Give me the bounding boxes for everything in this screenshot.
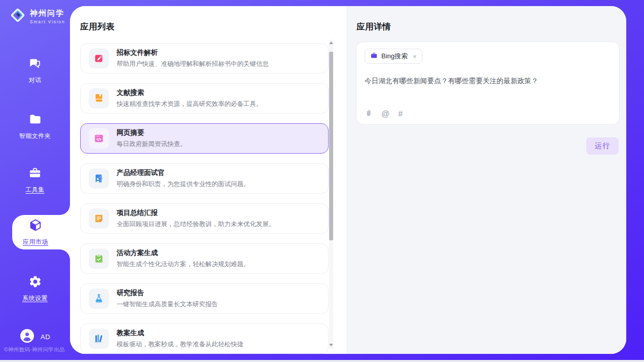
scrollbar-thumb[interactable] xyxy=(329,52,333,240)
query-text[interactable]: 今日湖北有哪些新闻要点？有哪些需要关注的最新政策？ xyxy=(365,77,611,86)
app-window: 神州问学 Smart Vision 对话智能文件夹工具集应用市场系统设置 AD … xyxy=(0,0,644,362)
run-button[interactable]: 运行 xyxy=(586,137,619,155)
app-card-description: 快速精准查找学术资源，提高研究效率的必备工具。 xyxy=(117,100,263,108)
sidebar-item-系统设置[interactable]: 系统设置 xyxy=(0,275,70,303)
brand-name: 神州问学 xyxy=(30,9,65,18)
sidebar-item-智能文件夹[interactable]: 智能文件夹 xyxy=(0,113,70,140)
note-icon xyxy=(89,208,109,229)
briefcase-icon xyxy=(370,52,378,61)
brand-logo: 神州问学 Smart Vision xyxy=(9,7,65,26)
app-card-title: 产品经理面试官 xyxy=(117,168,250,177)
sidebar-item-label: 智能文件夹 xyxy=(19,132,51,140)
folder-icon xyxy=(28,113,42,128)
app-card-招标文件解析[interactable]: 招标文件解析帮助用户快速、准确地理解和解析招标书中的关键信息 xyxy=(80,43,329,74)
app-detail-title: 应用详情 xyxy=(356,21,391,32)
sidebar-item-对话[interactable]: 对话 xyxy=(0,57,70,85)
app-card-产品经理面试官[interactable]: 产品经理面试官明确身份和职责，为您提供专业性的面试问题。 xyxy=(80,163,329,194)
scrollbar-up-arrow[interactable] xyxy=(329,41,333,46)
sidebar: 神州问学 Smart Vision 对话智能文件夹工具集应用市场系统设置 AD … xyxy=(0,0,70,360)
app-card-研究报告[interactable]: 研究报告一键智能生成高质量长文本研究报告 xyxy=(80,283,329,314)
app-card-title: 项目总结汇报 xyxy=(117,208,275,218)
app-card-title: 招标文件解析 xyxy=(117,48,269,57)
prompt-card: Bing搜索 × 今日湖北有哪些新闻要点？有哪些需要关注的最新政策？ @ # xyxy=(356,42,620,125)
person-icon xyxy=(20,329,34,343)
brand-logo-icon xyxy=(9,7,26,26)
app-card-活动方案生成[interactable]: 活动方案生成智能生成个性化活动方案，轻松解决规划难题。 xyxy=(80,243,329,274)
sidebar-item-label: 应用市场 xyxy=(23,238,48,246)
clipboard-check-icon xyxy=(89,248,109,269)
bottom-edge xyxy=(0,360,644,362)
gear-icon xyxy=(28,275,42,291)
browser-code-icon xyxy=(89,128,109,149)
sidebar-item-应用市场[interactable]: 应用市场 xyxy=(12,215,70,249)
app-card-title: 网页摘要 xyxy=(117,128,187,137)
app-card-title: 文献搜索 xyxy=(117,88,263,97)
app-card-网页摘要[interactable]: 网页摘要每日政府新闻资讯快查。 xyxy=(80,123,329,154)
app-card-description: 模板驱动，教案秒成，教学准备从此轻松快捷 xyxy=(117,340,243,349)
scrollbar[interactable] xyxy=(329,40,333,349)
avatar xyxy=(20,329,34,345)
sidebar-item-label: 系统设置 xyxy=(22,294,48,303)
tool-tag[interactable]: Bing搜索 × xyxy=(365,49,422,64)
app-card-description: 每日政府新闻资讯快查。 xyxy=(117,140,187,149)
sidebar-footer: ©神州数码·神州问学出品 xyxy=(4,346,65,353)
app-card-文献搜索[interactable]: 文献搜索快速精准查找学术资源，提高研究效率的必备工具。 xyxy=(80,83,329,114)
books-icon xyxy=(89,329,109,349)
app-card-description: 智能生成个性化活动方案，轻松解决规划难题。 xyxy=(117,260,250,269)
app-card-description: 一键智能生成高质量长文本研究报告 xyxy=(117,300,218,309)
brand-tagline: Smart Vision xyxy=(30,19,65,24)
chat-icon xyxy=(28,57,42,73)
input-toolbar: @ # xyxy=(365,108,403,118)
sidebar-item-label: 对话 xyxy=(29,76,42,85)
app-card-项目总结汇报[interactable]: 项目总结汇报全面回顾项目进展，总结经验教训，助力未来优化发展。 xyxy=(80,203,329,234)
pen-square-icon xyxy=(89,48,109,68)
scrollbar-down-arrow[interactable] xyxy=(329,343,333,348)
tool-tag-label: Bing搜索 xyxy=(381,52,408,61)
app-list-panel: 应用列表 招标文件解析帮助用户快速、准确地理解和解析招标书中的关键信息文献搜索快… xyxy=(70,6,346,354)
app-card-教案生成[interactable]: 教案生成模板驱动，教案秒成，教学准备从此轻松快捷 xyxy=(80,323,329,354)
attachment-icon[interactable] xyxy=(365,108,373,118)
app-card-title: 教案生成 xyxy=(117,329,243,338)
user-profile[interactable]: AD xyxy=(20,329,50,345)
app-detail-panel: 应用详情 Bing搜索 × 今日湖北有哪些新闻要点？有哪些需要关注的最新政策？ xyxy=(346,6,626,354)
tag-close-icon[interactable]: × xyxy=(413,53,417,60)
app-card-description: 全面回顾项目进展，总结经验教训，助力未来优化发展。 xyxy=(117,220,275,229)
mention-icon[interactable]: @ xyxy=(381,110,389,118)
app-card-list: 招标文件解析帮助用户快速、准确地理解和解析招标书中的关键信息文献搜索快速精准查找… xyxy=(80,43,329,354)
toolbox-icon xyxy=(28,166,42,182)
app-card-description: 明确身份和职责，为您提供专业性的面试问题。 xyxy=(117,180,250,189)
user-initials: AD xyxy=(41,333,50,341)
cube-icon xyxy=(28,218,43,234)
app-card-title: 研究报告 xyxy=(117,288,218,298)
flask-icon xyxy=(89,288,109,309)
app-card-title: 活动方案生成 xyxy=(117,248,250,258)
app-list-title: 应用列表 xyxy=(80,21,115,32)
interviewer-icon xyxy=(89,168,109,189)
sidebar-item-工具集[interactable]: 工具集 xyxy=(0,166,70,194)
book-icon xyxy=(89,88,109,108)
content-area: 应用列表 招标文件解析帮助用户快速、准确地理解和解析招标书中的关键信息文献搜索快… xyxy=(70,6,626,354)
hash-icon[interactable]: # xyxy=(398,110,403,118)
sidebar-item-label: 工具集 xyxy=(25,186,45,194)
app-card-description: 帮助用户快速、准确地理解和解析招标书中的关键信息 xyxy=(117,60,269,68)
